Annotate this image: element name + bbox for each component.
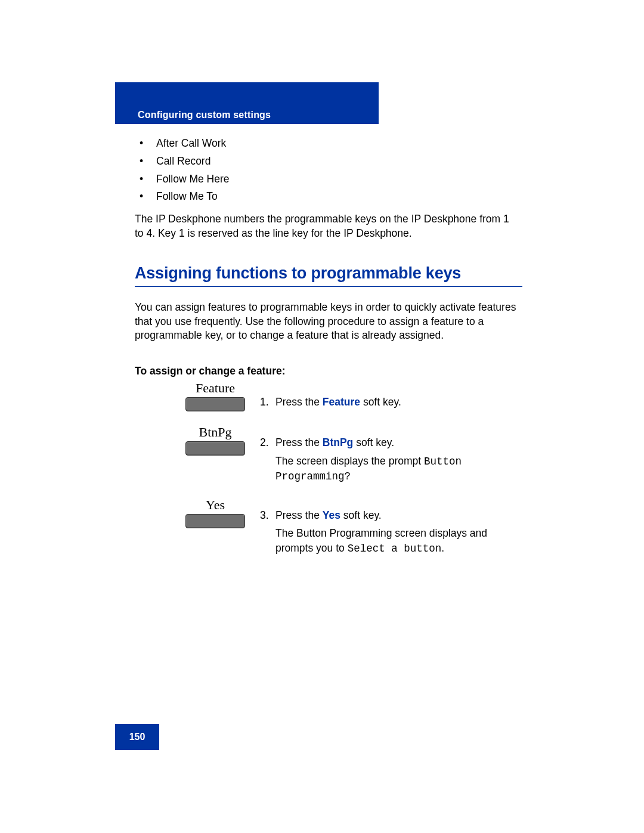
- softkey-illustration: BtnPg: [171, 425, 260, 456]
- softkey-button-graphic: [185, 514, 245, 528]
- section-header: Configuring custom settings: [115, 106, 379, 124]
- step-number: 1.: [260, 395, 275, 410]
- header-bar-top: [115, 82, 379, 106]
- feature-bullet-list: After Call Work Call Record Follow Me He…: [135, 135, 230, 206]
- step-text: 2.Press the BtnPg soft key. The screen d…: [260, 425, 525, 484]
- text: soft key.: [340, 509, 382, 521]
- text: soft key.: [360, 396, 401, 408]
- softkey-illustration: Yes: [171, 497, 260, 528]
- step-text: 1.Press the Feature soft key.: [260, 380, 525, 410]
- list-item: Call Record: [135, 153, 230, 171]
- keyword: BtnPg: [323, 436, 354, 448]
- keyword: Feature: [323, 396, 360, 408]
- step-row: Yes 3.Press the Yes soft key. The Button…: [171, 497, 525, 556]
- list-item: Follow Me Here: [135, 171, 230, 188]
- step-number: 3.: [260, 508, 275, 523]
- paragraph: You can assign features to programmable …: [135, 301, 522, 343]
- text: The screen displays the prompt: [275, 455, 424, 467]
- softkey-label: BtnPg: [171, 425, 260, 440]
- page-number: 150: [115, 724, 159, 750]
- softkey-label: Yes: [171, 497, 260, 513]
- keyword: Yes: [323, 509, 340, 521]
- procedure-steps: Feature 1.Press the Feature soft key. Bt…: [171, 380, 525, 569]
- heading-assigning-functions: Assigning functions to programmable keys: [135, 264, 522, 287]
- softkey-label: Feature: [171, 380, 260, 396]
- text: soft key.: [353, 436, 394, 448]
- softkey-button-graphic: [185, 441, 245, 456]
- text: Press the: [275, 509, 323, 521]
- paragraph: The IP Deskphone numbers the programmabl…: [135, 212, 510, 240]
- softkey-illustration: Feature: [171, 380, 260, 411]
- text: Press the: [275, 436, 323, 448]
- procedure-title: To assign or change a feature:: [135, 365, 286, 377]
- step-text: 3.Press the Yes soft key. The Button Pro…: [260, 497, 525, 556]
- step-row: Feature 1.Press the Feature soft key.: [171, 380, 525, 411]
- prompt-text: Select a button: [348, 543, 442, 555]
- step-row: BtnPg 2.Press the BtnPg soft key. The sc…: [171, 425, 525, 484]
- step-number: 2.: [260, 435, 275, 450]
- text: .: [441, 542, 444, 554]
- list-item: After Call Work: [135, 135, 230, 153]
- softkey-button-graphic: [185, 397, 245, 411]
- list-item: Follow Me To: [135, 188, 230, 206]
- text: Press the: [275, 396, 323, 408]
